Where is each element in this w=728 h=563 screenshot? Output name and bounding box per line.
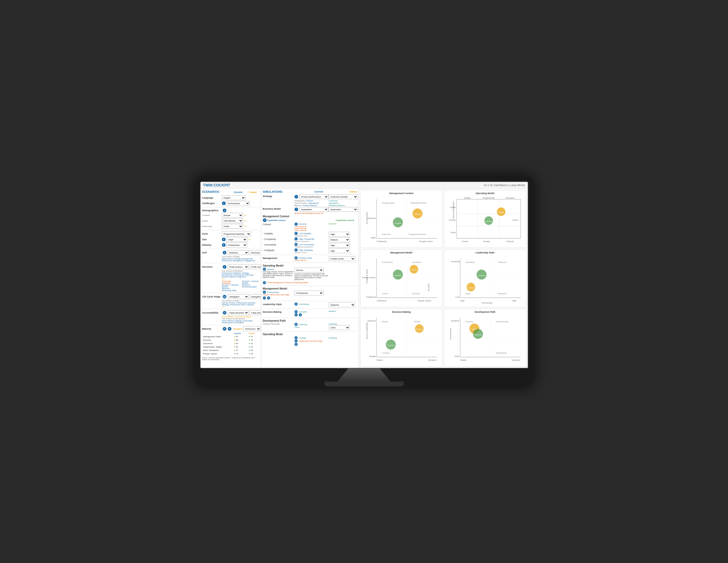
leadership-future-select[interactable]: Systemic <box>329 302 355 307</box>
accountability-subtext: Sense Making, Strategy Conversation, Per… <box>202 320 259 323</box>
strategy-future-select[interactable]: Customer benefits <box>329 194 358 199</box>
ambiguity-future-select[interactable]: High <box>329 249 350 253</box>
lifecycle-current-select[interactable]: Delegation <box>228 294 249 299</box>
svg-text:Dynamic: Dynamic <box>512 359 520 361</box>
size-select[interactable]: Large <box>226 237 247 242</box>
management-context-svg: Dynamic State Traditional People-centric… <box>362 196 441 246</box>
uncertainty-future-select[interactable]: High <box>329 243 350 248</box>
form-select[interactable]: Programmed Machine <box>222 232 251 236</box>
context-badge5: 5 <box>294 223 298 226</box>
svg-text:Formal: Formal <box>462 240 468 243</box>
svg-text:Vision: Vision <box>450 231 456 234</box>
maturity-label: Maturity <box>202 327 222 330</box>
business-model-warning: Business and Management don't fit <box>263 212 357 214</box>
leadership-chart-title: Leadership Style <box>446 251 524 254</box>
volatility-badge: 8 <box>294 232 298 235</box>
business-model-badge: 2 <box>294 208 298 211</box>
maturity-table: Current Future Management Index ● 67 ● 7… <box>202 332 259 356</box>
svg-text:Tools & Leadership: Tools & Leadership <box>366 323 368 339</box>
leadership-style-chart: Leadership Style Involving Low High Litt… <box>444 250 526 307</box>
business-model-current-select[interactable]: Exploitation <box>299 207 329 212</box>
complexity-row: - Complexity 9 High Complexity Dynamic R… <box>263 237 357 242</box>
management-badge: 12 <box>294 256 298 260</box>
svg-text:Dynamic: Dynamic <box>367 217 375 220</box>
scope-select[interactable]: International <box>222 218 243 223</box>
scenarios-panel: SCENARIOS Current Future Language Englis… <box>201 189 261 368</box>
industry-select[interactable]: Professional <box>226 243 247 247</box>
svg-text:la Donna: la Donna <box>412 292 420 295</box>
language-label: Language <box>202 197 222 199</box>
complexity-future-select[interactable]: Medium <box>329 237 350 242</box>
svg-text:Current: Current <box>474 333 482 336</box>
dev-path-future-select[interactable]: Clear <box>329 325 350 330</box>
svg-text:Situational: Situational <box>497 292 507 295</box>
mgmt-model-badge: 15 <box>263 290 266 294</box>
dm-badge20: 20 <box>294 310 298 313</box>
business-model-label: Business Model <box>263 207 294 210</box>
leadership-style-svg: Involving Low High Little Cultivating Ou… <box>446 255 524 305</box>
svg-text:Future: Future <box>416 328 422 330</box>
management-context-chart: Management Context Dynamic State Tr <box>360 190 442 248</box>
management-levers-warn: Levers don't fit <box>294 260 329 261</box>
volatility-future-select[interactable]: High <box>329 232 350 237</box>
language-select[interactable]: English <box>222 196 246 200</box>
industry-label: Industry <box>202 244 222 246</box>
accountability-future-select[interactable]: Fairly decentral <box>250 310 261 315</box>
svg-text:Conglomerate: Conglomerate <box>482 197 495 199</box>
leadership-row: Leadership Style 19 Cultivating Systemic <box>263 302 357 307</box>
svg-text:Informal: Informal <box>506 240 513 243</box>
demographics-badge: 2 <box>223 209 226 212</box>
decision-making-svg: Dynamic Simple Stable Dynamic Tools & Le… <box>362 314 441 364</box>
scenarios-title: SCENARIOS <box>202 190 219 193</box>
svg-text:Current: Current <box>478 274 485 277</box>
charts-panel: Management Context Dynamic State Tr <box>359 189 528 368</box>
management-model-row: 15 Professional People & Work levers don… <box>263 290 357 295</box>
maturity-row-1: Success ● 65 ● 74 <box>203 338 259 341</box>
check11: Structure > Structuring (Style) <box>222 288 239 291</box>
management-future-select[interactable]: People-centric <box>329 256 355 261</box>
app-header: TWIN COCKPIT V3.1 for ClientName | Lukas… <box>201 182 528 189</box>
decision-making-row: Decision-Making 20 Complex 21 22 <box>263 310 357 316</box>
op-model-chart-title: Operating Model <box>446 192 524 195</box>
svg-text:Simple: Simple <box>382 320 388 323</box>
structure-current-select[interactable]: Profit Centres <box>228 265 249 269</box>
structure-future-select[interactable]: Profit Centres <box>250 265 261 269</box>
ownership-row: Ownership Public n.a. <box>202 224 259 229</box>
svg-text:People & Work: People & Work <box>366 269 368 283</box>
challenges-label: Challenges <box>202 202 222 205</box>
svg-text:Change-based: Change-based <box>382 202 395 204</box>
management-row: Management 12 People-centric Levers don'… <box>263 256 357 261</box>
accountability-current-select[interactable]: Fairly decentral <box>228 310 249 315</box>
management-model-future-select[interactable]: Professional <box>294 290 323 295</box>
operating-model-future-select[interactable]: Service <box>294 268 323 273</box>
mgmt-model-chart-title: Management Model <box>362 251 441 254</box>
unit-badge: 6 <box>223 251 226 255</box>
maturity-row-5: People: Speed ● 74 ● 78 <box>203 352 259 355</box>
mgmt-model-badge18: 18 <box>267 296 270 299</box>
maturity-future-select[interactable]: Performers <box>243 326 261 331</box>
accountability-sublabel: The Choice of Interactions <box>202 317 259 320</box>
svg-text:Structuring: Structuring <box>482 302 492 304</box>
structure-na: n.a. <box>202 278 259 280</box>
leadership-badge: 19 <box>294 302 298 305</box>
check11-future: Structure > Structuring (Style) <box>242 284 259 288</box>
business-model-future-select[interactable]: Exploration <box>329 207 358 212</box>
svg-text:Traditional: Traditional <box>366 296 376 298</box>
svg-text:Learning: Learning <box>465 320 473 323</box>
unit-current-select[interactable]: Business <box>228 250 249 255</box>
challenges-badge: 1 <box>222 202 226 205</box>
challenges-select[interactable]: Performance <box>226 201 250 206</box>
operating-mode-group: Operating Mode <box>263 333 357 336</box>
maturity-enablers: Enablers <box>234 328 243 330</box>
location-select[interactable]: Europe <box>222 213 243 218</box>
structure-checks: Check with complexity Structure > Routin… <box>202 280 259 291</box>
svg-text:Experimenting: Experimenting <box>496 320 508 323</box>
industry-row: Industry 5 Professional <box>202 243 259 247</box>
strategy-current-select[interactable]: Product performance <box>299 194 329 199</box>
lifecycle-future-select[interactable]: Delegation <box>250 294 261 299</box>
unit-future-select[interactable]: Business <box>250 250 261 255</box>
ownership-select[interactable]: Public <box>222 224 243 229</box>
context-label: Context <box>263 223 294 226</box>
svg-text:Stable: Stable <box>460 359 466 361</box>
strategy-row: Strategy 1 Product performance C <box>263 194 357 199</box>
